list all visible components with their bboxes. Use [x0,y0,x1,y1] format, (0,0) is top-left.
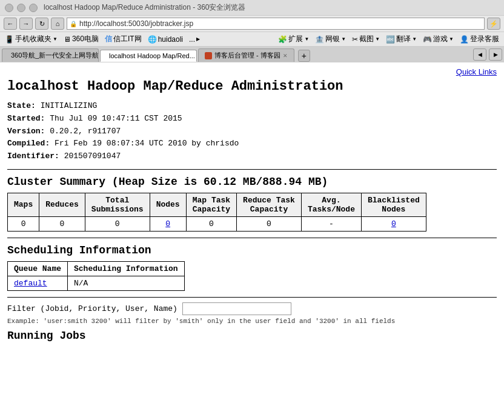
toolbar-jietu-label: 截图 [359,34,374,44]
tab-bokeyuan[interactable]: 博客后台管理 - 博客园 ✕ [198,48,294,62]
toolbar-login[interactable]: 👤 登录客服 [457,33,502,45]
tab-bokeyuan-label: 博客后台管理 - 博客园 [214,51,280,60]
tab-360-label: 360导航_新一代安全上网导航 [11,51,99,60]
quick-links[interactable]: Quick Links [7,67,497,76]
cell-blacklisted: 0 [361,216,426,231]
screenshot-icon: ✂ [352,35,358,44]
tab-bokeyuan-close[interactable]: ✕ [283,53,288,59]
compiled-row: Compiled: Fri Feb 19 08:07:34 UTC 2010 b… [7,138,497,150]
col-maps: Maps [8,193,39,216]
version-label: Version: [7,127,45,136]
toolbar-right: 🧩 扩展 ▼ 🏦 网银 ▼ ✂ 截图 ▼ 🔤 翻译 ▼ 🎮 游戏 [276,33,502,45]
identifier-row: Identifier: 201507091047 [7,150,497,163]
wangyin-arrow: ▼ [341,36,346,42]
col-reduce-task-capacity: Reduce TaskCapacity [237,193,302,216]
home-button[interactable]: ⌂ [51,18,64,30]
toolbar-fanyi[interactable]: 🔤 翻译 ▼ [383,33,419,45]
huidaoli-icon: 🌐 [148,35,157,44]
sched-col-queue: Queue Name [8,261,68,276]
toolbar-extensions[interactable]: 🧩 扩展 ▼ [276,33,311,45]
table-row: default N/A [8,276,185,290]
state-label: State: [7,101,36,110]
nodes-link[interactable]: 0 [165,219,170,228]
reload-button[interactable]: ↻ [35,18,48,30]
lightning-button[interactable]: ⚡ [487,18,500,30]
cell-queue-name: default [8,276,68,290]
col-avg-tasks: Avg.Tasks/Node [301,193,361,216]
cell-map-task-capacity: 0 [186,216,236,231]
state-value: INITIALIZING [41,101,98,110]
tab-hadoop[interactable]: localhost Hadoop Map/Red... ✕ [100,50,197,62]
cell-sched-info: N/A [68,276,185,290]
filter-section: Filter (Jobid, Priority, User, Name) Exa… [7,302,497,325]
minimize-btn[interactable] [5,4,13,12]
cell-avg-tasks: - [301,216,361,231]
table-row: 0 0 0 0 0 0 - 0 [8,216,426,231]
toolbar-xinggong[interactable]: 信 信工IT网 [102,33,144,45]
toolbar-youxi-label: 游戏 [433,34,448,44]
toolbar-more[interactable]: ... ▶ [187,35,202,44]
version-value: 0.20.2, r911707 [50,127,121,136]
toolbar-jietu[interactable]: ✂ 截图 ▼ [350,33,382,45]
tabs-right-controls: ◀ ▶ [473,48,502,62]
ext-arrow: ▼ [304,36,309,42]
close-btn[interactable] [29,4,38,12]
tab-scroll-left[interactable]: ◀ [473,48,486,61]
cluster-summary-title: Cluster Summary (Heap Size is 60.12 MB/8… [7,176,497,188]
tab-360[interactable]: 360导航_新一代安全上网导航 ✕ [2,48,99,62]
cell-reduce-task-capacity: 0 [237,216,302,231]
divider-2 [7,238,497,238]
toolbar-shouji[interactable]: 📱 手机收藏夹 ▼ [2,33,60,45]
started-label: Started: [7,114,45,123]
toolbar-xinggong-label: 信工IT网 [113,34,142,44]
xinggong-icon: 信 [105,34,112,44]
toolbar-wangyin[interactable]: 🏦 网银 ▼ [313,33,348,45]
col-nodes: Nodes [150,193,186,216]
toolbar-wangyin-label: 网银 [325,34,340,44]
toolbar-huidaoli-label: huidaoli [158,35,183,44]
cell-maps: 0 [8,216,39,231]
translate-icon: 🔤 [386,35,395,44]
browser-chrome: localhost Hadoop Map/Reduce Administrati… [0,0,504,62]
scheduling-table: Queue Name Scheduling Information defaul… [7,261,185,291]
cell-nodes: 0 [150,216,186,231]
state-row: State: INITIALIZING [7,100,497,113]
divider-1 [7,169,497,170]
divider-3 [7,297,497,298]
address-bar[interactable]: 🔒 http://localhost:50030/jobtracker.jsp [67,18,485,30]
window-title: localhost Hadoop Map/Reduce Administrati… [44,2,246,13]
page-content: Quick Links localhost Hadoop Map/Reduce … [0,62,504,385]
fanyi-arrow: ▼ [412,36,417,42]
new-tab-button[interactable]: + [298,50,310,62]
toolbar-huidaoli[interactable]: 🌐 huidaoli [145,35,185,44]
tab-scroll-right[interactable]: ▶ [489,48,502,61]
youxi-arrow: ▼ [449,36,454,42]
jietu-arrow: ▼ [375,36,380,42]
filter-input[interactable] [182,302,291,315]
sched-col-info: Scheduling Information [68,261,185,276]
queue-link[interactable]: default [14,279,47,288]
identifier-value: 201507091047 [64,152,121,161]
state-info: State: INITIALIZING Started: Thu Jul 09 … [7,100,497,163]
blacklisted-link[interactable]: 0 [391,219,396,228]
page-title: localhost Hadoop Map/Reduce Administrati… [7,79,497,94]
toolbar-left: 📱 手机收藏夹 ▼ 🖥 360电脑 信 信工IT网 🌐 huidaoli ...… [2,33,202,45]
phone-icon: 📱 [5,35,14,44]
back-button[interactable]: ← [4,18,17,30]
col-blacklisted: BlacklistedNodes [361,193,426,216]
forward-button[interactable]: → [19,18,33,30]
toolbar-fanyi-label: 翻译 [396,34,411,44]
toolbar-more-arrow: ▶ [196,36,200,42]
cell-reduces: 0 [39,216,85,231]
maximize-btn[interactable] [17,4,25,12]
tab-hadoop-label: localhost Hadoop Map/Red... [109,52,195,59]
toolbar-360[interactable]: 🖥 360电脑 [61,33,101,45]
compiled-label: Compiled: [7,139,50,148]
filter-row: Filter (Jobid, Priority, User, Name) [7,302,497,315]
bank-icon: 🏦 [315,35,324,44]
cluster-table: Maps Reduces TotalSubmissions Nodes Map … [7,193,426,232]
toolbar-youxi[interactable]: 🎮 游戏 ▼ [420,33,456,45]
compiled-value: Fri Feb 19 08:07:34 UTC 2010 by chrisdo [55,139,239,148]
toolbar-bar: 📱 手机收藏夹 ▼ 🖥 360电脑 信 信工IT网 🌐 huidaoli ...… [0,32,504,47]
scheduling-title: Scheduling Information [7,244,497,256]
